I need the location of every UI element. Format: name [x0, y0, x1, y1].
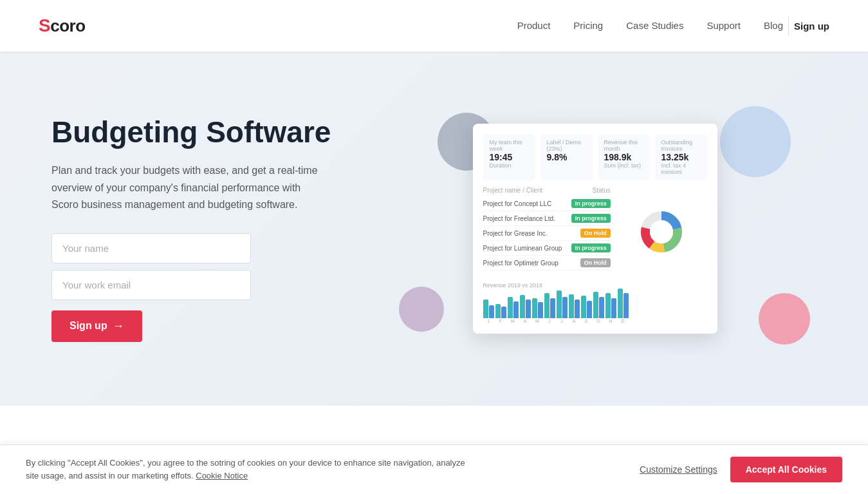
metric-revenue-label: Revenue this month — [604, 139, 643, 152]
proj-name-3: Project for Grease Inc. — [483, 230, 548, 237]
proj-badge-4: In progress — [571, 243, 611, 252]
bar-2019 — [508, 297, 513, 318]
cookie-banner: By clicking "Accept All Cookies", you ag… — [0, 444, 868, 494]
proj-header-name: Project name / Client — [483, 187, 543, 194]
bar-group: M — [532, 298, 543, 323]
bar-2019 — [618, 289, 623, 318]
metric-invoices: Outstanding Invoices 13.25k Incl. tax 4 … — [655, 134, 707, 180]
bar-month-label: A — [573, 319, 576, 323]
hero-content: Budgeting Software Plan and track your b… — [51, 115, 360, 341]
hero-illustration: My team this week 19:45 Duration Label /… — [360, 100, 829, 357]
bar-group: M — [508, 297, 519, 323]
proj-badge-2: In progress — [571, 214, 611, 223]
metric-label-text: Label / Demo (23%) — [547, 139, 586, 152]
proj-header-status: Status — [592, 187, 610, 194]
bar-2019 — [544, 293, 549, 318]
bar-chart-bars: JFMAMJJASOND — [483, 291, 707, 323]
bar-month-label: D — [621, 319, 624, 323]
hero-subtitle: Plan and track your budgets with ease, a… — [51, 162, 322, 213]
nav-support[interactable]: Support — [706, 20, 741, 31]
bar-group: J — [483, 299, 494, 323]
bar-group: N — [605, 293, 616, 323]
projects-header: Project name / Client Status — [483, 187, 611, 194]
metric-label: Label / Demo (23%) 9.8% — [540, 134, 593, 180]
bar-2018 — [501, 307, 506, 318]
bar-group: A — [569, 294, 580, 323]
nav-links: Product Pricing Case Studies Support Blo… — [517, 20, 783, 32]
dashboard-mockup: My team this week 19:45 Duration Label /… — [473, 124, 717, 334]
bar-group: A — [520, 295, 531, 323]
bar-2018 — [489, 305, 494, 318]
navbar: Scoro Product Pricing Case Studies Suppo… — [0, 0, 868, 52]
logo[interactable]: Scoro — [39, 15, 86, 36]
nav-pricing[interactable]: Pricing — [573, 20, 603, 31]
bar-group: O — [593, 292, 604, 323]
bar-2019 — [483, 299, 488, 318]
metric-invoices-label: Outstanding Invoices — [661, 139, 701, 152]
bar-2019 — [520, 295, 525, 318]
metric-invoices-value: 13.25k — [661, 152, 701, 162]
customize-settings-button[interactable]: Customize Settings — [640, 464, 717, 475]
bar-2019 — [495, 304, 501, 318]
bar-chart: Revenue 2019 vs 2018 JFMAMJJASOND — [483, 282, 707, 323]
bar-2018 — [562, 297, 568, 318]
metric-revenue: Revenue this month 198.9k Sum (incl. tax… — [598, 134, 650, 180]
hero-title: Budgeting Software — [51, 115, 360, 149]
cookie-actions: Customize Settings Accept All Cookies — [640, 457, 842, 482]
proj-row-3: Project for Grease Inc. On Hold — [483, 226, 611, 241]
cookie-notice-link[interactable]: Cookie Notice — [196, 471, 248, 480]
metric-team: My team this week 19:45 Duration — [483, 134, 535, 180]
metric-team-value: 19:45 — [490, 152, 529, 162]
bar-month-label: A — [524, 319, 527, 323]
nav-signup[interactable]: Sign up — [794, 21, 829, 32]
signup-button[interactable]: Sign up → — [51, 310, 142, 342]
decor-circle-blue — [720, 106, 791, 177]
bar-2018 — [623, 293, 629, 318]
metric-team-label: My team this week — [490, 139, 529, 152]
accept-cookies-button[interactable]: Accept All Cookies — [730, 457, 842, 482]
bar-month-label: J — [548, 319, 551, 323]
bar-2018 — [526, 299, 531, 318]
signup-label: Sign up — [69, 320, 107, 332]
proj-row-4: Project for Luminean Group In progress — [483, 241, 611, 256]
bar-month-label: M — [535, 319, 539, 323]
proj-badge-3: On Hold — [580, 229, 611, 238]
metric-invoices-sublabel: Incl. tax 4 invoices — [661, 162, 701, 175]
metric-label-value: 9.8% — [547, 152, 586, 162]
bar-2018 — [587, 301, 592, 318]
nav-divider — [788, 16, 789, 35]
bar-month-label: M — [511, 319, 515, 323]
proj-name-5: Project for Optimetr Group — [483, 260, 559, 267]
nav-product[interactable]: Product — [517, 20, 551, 31]
hero-section: Budgeting Software Plan and track your b… — [0, 52, 868, 406]
metrics-row: My team this week 19:45 Duration Label /… — [483, 134, 707, 180]
bar-2018 — [538, 302, 543, 318]
bar-2019 — [557, 290, 562, 318]
bar-2019 — [569, 294, 574, 318]
nav-case-studies[interactable]: Case Studies — [626, 20, 683, 31]
bar-2019 — [581, 296, 586, 318]
bar-month-label: S — [585, 319, 588, 323]
email-input[interactable] — [51, 270, 251, 300]
bar-group: J — [557, 290, 568, 323]
bar-month-label: J — [560, 319, 563, 323]
proj-badge-1: In progress — [571, 199, 611, 208]
bar-group: F — [495, 304, 506, 323]
bar-group: D — [618, 289, 629, 323]
bar-month-label: J — [487, 319, 490, 323]
bar-month-label: F — [499, 319, 502, 323]
bar-group: S — [581, 296, 592, 323]
name-input[interactable] — [51, 233, 251, 263]
svg-point-5 — [650, 220, 673, 243]
bar-2019 — [593, 292, 598, 318]
logo-s-icon: S — [39, 15, 50, 36]
nav-blog[interactable]: Blog — [764, 20, 783, 31]
bar-month-label: N — [609, 319, 612, 323]
bar-2018 — [599, 297, 604, 318]
signup-form: Sign up → — [51, 233, 251, 342]
metric-revenue-value: 198.9k — [604, 152, 643, 162]
bar-2018 — [550, 298, 555, 318]
donut-chart — [616, 187, 707, 277]
metric-team-sublabel: Duration — [490, 162, 529, 169]
proj-row-1: Project for Concept LLC In progress — [483, 196, 611, 211]
